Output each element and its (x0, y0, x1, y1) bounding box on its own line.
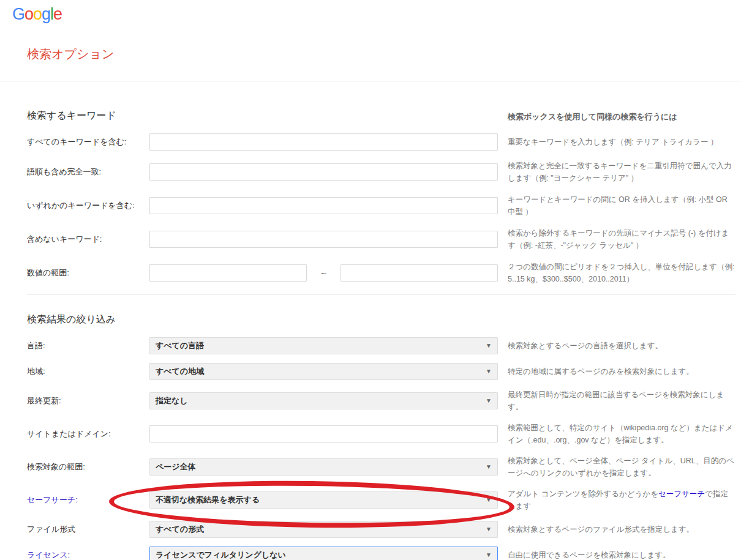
safesearch-help-link[interactable]: セーフサーチ (658, 490, 705, 498)
refine-section-title: 検索結果の絞り込み (27, 313, 498, 326)
google-logo-letter: o (24, 5, 33, 23)
google-logo-letter: g (42, 5, 50, 23)
field-row-language: 言語: すべての言語 ▼ 検索対象とするページの言語を選択します。 (27, 337, 735, 354)
advanced-search-page: Google 検索オプション 検索するキーワード 検索ボックスを使用して同様の検… (0, 0, 741, 560)
safesearch-select-value: 不適切な検索結果を表示する (150, 495, 260, 506)
chevron-down-icon: ▼ (486, 463, 492, 470)
help-text: 自由に使用できるページを検索対象にします。 (508, 549, 735, 560)
language-select[interactable]: すべての言語 ▼ (149, 337, 498, 354)
google-logo[interactable]: Google (12, 5, 741, 24)
field-row-filetype: ファイル形式 すべての形式 ▼ 検索対象とするページのファイル形式を指定します。 (27, 521, 735, 538)
help-text: 検索対象とするページのファイル形式を指定します。 (508, 523, 735, 536)
help-text: 検索対象として、ページ全体、ページ タイトル、URL、目的のページへのリンクのい… (508, 455, 735, 479)
page-header: Google 検索オプション (0, 0, 741, 81)
help-text: 検索対象とするページの言語を選択します。 (508, 340, 735, 352)
site-domain-input[interactable] (149, 425, 498, 442)
help-text: キーワードとキーワードの間に OR を挿入します（例: 小型 OR 中型 ） (508, 193, 735, 218)
region-select[interactable]: すべての地域 ▼ (149, 363, 498, 380)
license-label-link[interactable]: ライセンス: (27, 550, 140, 560)
license-select[interactable]: ライセンスでフィルタリングしない ▼ (149, 547, 498, 560)
help-text: ２つの数値の間にピリオドを２つ挿入し、単位を付記します（例: 5..15 kg、… (508, 261, 735, 285)
safesearch-select[interactable]: 不適切な検索結果を表示する ▼ (149, 491, 498, 509)
license-select-value: ライセンスでフィルタリングしない (150, 550, 286, 560)
help-text: 検索から除外するキーワードの先頭にマイナス記号 (-) を付けます（例: -紅茶… (508, 227, 735, 252)
field-row-license: ライセンス: ライセンスでフィルタリングしない ▼ 自由に使用できるページを検索… (27, 547, 735, 560)
exact-phrase-input[interactable] (149, 163, 498, 181)
field-row-last-update: 最終更新: 指定なし ▼ 最終更新日時が指定の範囲に該当するページを検索対象にし… (27, 389, 735, 413)
refine-section: 検索結果の絞り込み 言語: すべての言語 ▼ 検索対象とするページの言語を選択し… (0, 295, 741, 560)
field-row-search-scope: 検索対象の範囲: ページ全体 ▼ 検索対象として、ページ全体、ページ タイトル、… (27, 455, 735, 479)
keywords-section-title: 検索するキーワード (27, 110, 498, 122)
help-text: 特定の地域に属するページのみを検索対象にします。 (508, 365, 735, 378)
help-text: 最終更新日時が指定の範囲に該当するページを検索対象にします。 (508, 389, 735, 413)
none-keywords-input[interactable] (149, 231, 498, 248)
google-logo-letter: e (53, 5, 62, 23)
field-label: 数値の範囲: (27, 267, 140, 278)
last-update-select-value: 指定なし (150, 395, 188, 406)
range-separator: ~ (307, 268, 340, 278)
number-range-min-input[interactable] (149, 264, 307, 282)
chevron-down-icon: ▼ (486, 342, 492, 349)
chevron-down-icon: ▼ (486, 397, 492, 404)
field-label: ファイル形式 (27, 524, 140, 535)
any-keywords-input[interactable] (149, 197, 498, 214)
field-row-region: 地域: すべての地域 ▼ 特定の地域に属するページのみを検索対象にします。 (27, 363, 735, 380)
help-text: 重要なキーワードを入力します（例: テリア トライカラー ） (508, 136, 735, 148)
field-label: 検索対象の範囲: (27, 461, 140, 472)
field-row-any-keywords: いずれかのキーワードを含む: キーワードとキーワードの間に OR を挿入します（… (27, 193, 735, 218)
last-update-select[interactable]: 指定なし ▼ (149, 392, 498, 409)
chevron-down-icon: ▼ (486, 551, 492, 558)
help-text: 検索対象と完全に一致するキーワードを二重引用符で囲んで入力します（例: "ヨーク… (508, 160, 735, 184)
help-text: 検索範囲として、特定のサイト（wikipedia.org など）またはドメイン（… (508, 422, 735, 446)
field-label: いずれかのキーワードを含む: (27, 200, 140, 211)
search-scope-select-value: ページ全体 (150, 461, 196, 472)
chevron-down-icon: ▼ (486, 496, 492, 503)
safesearch-label-link[interactable]: セーフサーチ: (27, 495, 140, 506)
chevron-down-icon: ▼ (486, 526, 492, 532)
search-scope-select[interactable]: ページ全体 ▼ (149, 458, 498, 476)
keywords-section: 検索するキーワード 検索ボックスを使用して同様の検索を行うには すべてのキーワー… (0, 81, 741, 285)
field-label: 語順も含め完全一致: (27, 166, 140, 177)
filetype-select-value: すべての形式 (150, 524, 204, 535)
field-label: 地域: (27, 366, 140, 377)
field-label: すべてのキーワードを含む: (27, 136, 140, 147)
field-row-number-range: 数値の範囲: ~ ２つの数値の間にピリオドを２つ挿入し、単位を付記します（例: … (27, 261, 735, 285)
field-label: 含めないキーワード: (27, 234, 140, 245)
field-row-safesearch: セーフサーチ: 不適切な検索結果を表示する ▼ アダルト コンテンツを除外するか… (27, 488, 735, 512)
all-keywords-input[interactable] (149, 133, 498, 151)
filetype-select[interactable]: すべての形式 ▼ (149, 521, 498, 538)
chevron-down-icon: ▼ (486, 368, 492, 375)
language-select-value: すべての言語 (150, 340, 204, 351)
field-label: 言語: (27, 340, 140, 351)
help-column-title: 検索ボックスを使用して同様の検索を行うには (508, 111, 735, 122)
field-label: サイトまたはドメイン: (27, 428, 140, 439)
field-row-site-domain: サイトまたはドメイン: 検索範囲として、特定のサイト（wikipedia.org… (27, 422, 735, 446)
google-logo-letter: G (12, 5, 24, 23)
help-text-prefix: アダルト コンテンツを除外するかどうかを (508, 490, 658, 498)
field-row-all-keywords: すべてのキーワードを含む: 重要なキーワードを入力します（例: テリア トライカ… (27, 133, 735, 151)
help-text: アダルト コンテンツを除外するかどうかをセーフサーチで指定します (508, 488, 735, 512)
number-range-max-input[interactable] (340, 264, 498, 282)
field-row-none-keywords: 含めないキーワード: 検索から除外するキーワードの先頭にマイナス記号 (-) を… (27, 227, 735, 252)
field-label: 最終更新: (27, 395, 140, 406)
page-title: 検索オプション (27, 46, 741, 62)
google-logo-letter: o (33, 5, 42, 23)
region-select-value: すべての地域 (150, 366, 204, 377)
field-row-exact-phrase: 語順も含め完全一致: 検索対象と完全に一致するキーワードを二重引用符で囲んで入力… (27, 160, 735, 184)
